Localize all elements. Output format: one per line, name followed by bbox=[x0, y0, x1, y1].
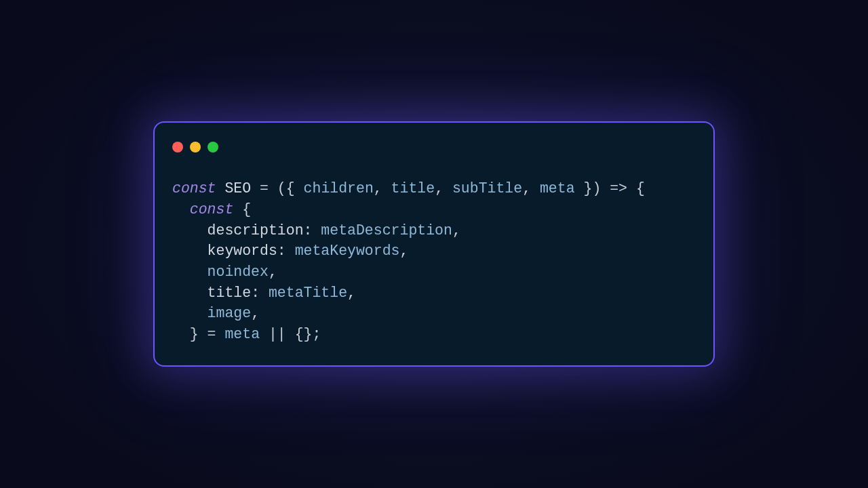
comma: , bbox=[269, 264, 277, 280]
colon: : bbox=[277, 243, 295, 259]
prop-keywords: keywords bbox=[208, 243, 277, 259]
var-metakeywords: metaKeywords bbox=[295, 243, 400, 259]
empty-obj: {} bbox=[295, 326, 313, 342]
comma: , bbox=[435, 180, 452, 197]
indent bbox=[172, 264, 208, 280]
code-window: const SEO = ({ children, title, subTitle… bbox=[153, 121, 715, 367]
var-metatitle: metaTitle bbox=[269, 285, 347, 301]
param-children: children bbox=[304, 180, 374, 197]
or-op: || bbox=[260, 326, 295, 342]
comma: , bbox=[374, 180, 391, 197]
lbrace-destr: { bbox=[242, 201, 251, 218]
rbrace: } bbox=[575, 180, 593, 197]
traffic-light-red-icon[interactable] bbox=[172, 142, 183, 152]
traffic-light-yellow-icon[interactable] bbox=[190, 142, 201, 152]
param-title: title bbox=[391, 180, 435, 197]
comma: , bbox=[251, 305, 260, 321]
indent bbox=[172, 285, 208, 301]
titlebar bbox=[172, 142, 696, 152]
keyword-const: const bbox=[172, 180, 216, 197]
lparen: ( bbox=[277, 180, 286, 197]
var-noindex: noindex bbox=[208, 264, 269, 280]
lbrace: { bbox=[286, 180, 304, 197]
comma: , bbox=[452, 222, 461, 239]
identifier-seo: SEO bbox=[224, 180, 251, 197]
lbrace-body: { bbox=[636, 180, 645, 197]
traffic-light-green-icon[interactable] bbox=[208, 142, 218, 152]
prop-description: description bbox=[208, 222, 304, 239]
indent bbox=[172, 222, 208, 239]
equals: = bbox=[251, 180, 277, 197]
close-destructure: } = bbox=[172, 326, 224, 342]
var-metadescription: metaDescription bbox=[321, 222, 452, 239]
indent bbox=[172, 305, 208, 321]
prop-title: title bbox=[208, 285, 252, 301]
rparen: ) bbox=[592, 180, 601, 197]
param-meta: meta bbox=[540, 180, 575, 197]
colon: : bbox=[251, 285, 269, 301]
semicolon: ; bbox=[312, 326, 321, 342]
comma: , bbox=[347, 285, 356, 301]
arrow: => bbox=[601, 180, 636, 197]
code-block: const SEO = ({ children, title, subTitle… bbox=[172, 178, 696, 345]
keyword-const: const bbox=[190, 201, 234, 218]
param-subtitle: subTitle bbox=[452, 180, 522, 197]
comma: , bbox=[522, 180, 540, 197]
colon: : bbox=[304, 222, 321, 239]
var-image: image bbox=[208, 305, 252, 321]
indent bbox=[172, 201, 190, 218]
indent bbox=[172, 243, 208, 259]
comma: , bbox=[399, 243, 408, 259]
var-meta: meta bbox=[224, 326, 260, 342]
